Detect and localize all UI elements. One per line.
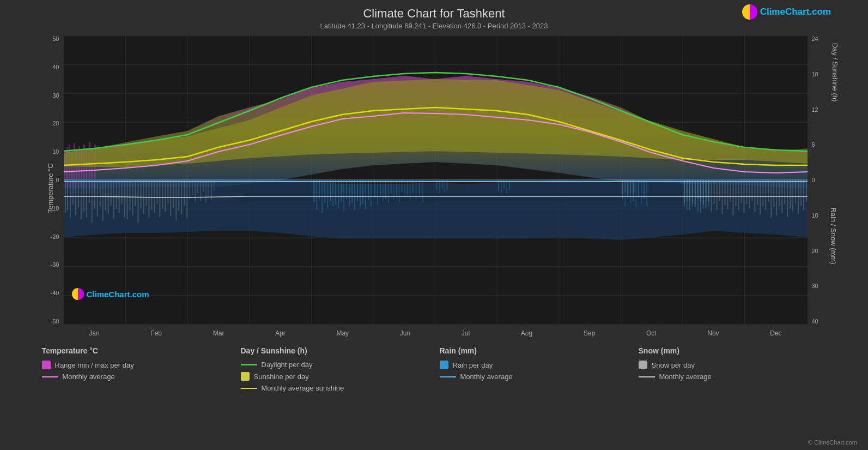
y-left-10: 10: [52, 148, 59, 155]
svg-rect-116: [377, 180, 378, 205]
svg-rect-50: [99, 180, 100, 206]
y-left-50: 50: [52, 35, 59, 42]
svg-rect-61: [129, 180, 130, 210]
y-axis-left-title: Temperature °C: [46, 163, 54, 213]
x-label-oct: Oct: [646, 329, 657, 337]
svg-rect-200: [770, 180, 772, 218]
svg-rect-195: [757, 180, 758, 205]
legend-rain-per-day-label: Rain per day: [453, 361, 493, 369]
svg-rect-185: [730, 180, 731, 202]
svg-rect-128: [409, 180, 410, 201]
svg-rect-82: [186, 180, 187, 218]
svg-rect-97: [324, 180, 325, 203]
svg-rect-79: [178, 180, 179, 211]
svg-rect-93: [313, 180, 314, 202]
x-label-feb: Feb: [150, 329, 162, 337]
svg-rect-43: [80, 180, 81, 219]
svg-rect-167: [633, 180, 634, 196]
svg-rect-203: [779, 180, 780, 206]
svg-rect-201: [773, 180, 774, 207]
rain-swatch: [440, 361, 448, 369]
svg-rect-39: [69, 180, 70, 218]
y-right-10: 10: [812, 212, 818, 219]
svg-rect-74: [165, 180, 166, 212]
legend-snow-avg-label: Monthly average: [659, 373, 712, 381]
svg-rect-177: [708, 180, 709, 202]
svg-rect-152: [646, 180, 647, 206]
y-left-n30: -30: [51, 261, 59, 268]
svg-rect-41: [75, 180, 76, 215]
legend-rain-avg: Monthly average: [440, 373, 633, 381]
legend-sunshine-per-day-label: Sunshine per day: [254, 373, 309, 381]
svg-rect-60: [126, 180, 128, 219]
svg-rect-48: [94, 180, 95, 208]
svg-rect-71: [156, 180, 157, 204]
svg-rect-209: [795, 180, 796, 203]
sunshine-avg-line: [241, 388, 257, 389]
svg-rect-65: [140, 180, 141, 208]
x-label-sep: Sep: [584, 329, 595, 337]
legend-snow-per-day-label: Snow per day: [652, 361, 695, 369]
x-label-dec: Dec: [770, 329, 781, 337]
svg-rect-126: [404, 180, 405, 197]
svg-rect-46: [88, 180, 89, 203]
svg-rect-77: [173, 180, 174, 208]
watermark-top: ClimeChart.com: [742, 4, 831, 20]
svg-rect-171: [691, 180, 693, 203]
svg-rect-139: [501, 180, 502, 195]
svg-rect-54: [110, 180, 111, 206]
legend-temp-range-label: Range min / max per day: [55, 361, 134, 369]
y-left-n50: -50: [51, 318, 59, 325]
svg-rect-45: [86, 180, 87, 217]
svg-rect-196: [760, 180, 761, 214]
svg-rect-124: [398, 180, 399, 202]
svg-rect-178: [711, 180, 712, 212]
svg-rect-184: [727, 180, 728, 209]
y-left-40: 40: [52, 64, 59, 70]
svg-rect-83: [189, 180, 190, 199]
svg-rect-90: [208, 180, 209, 196]
svg-rect-75: [167, 180, 168, 203]
svg-rect-111: [362, 180, 363, 204]
svg-rect-176: [705, 180, 706, 208]
y-left-20: 20: [52, 120, 59, 127]
svg-rect-94: [316, 180, 317, 210]
svg-rect-172: [694, 180, 695, 207]
svg-rect-101: [335, 180, 336, 205]
svg-rect-103: [341, 180, 342, 202]
x-label-aug: Aug: [521, 329, 532, 337]
svg-rect-44: [83, 180, 84, 212]
svg-rect-186: [732, 180, 733, 215]
y-left-0: 0: [56, 177, 59, 183]
svg-rect-102: [338, 180, 339, 208]
temp-range-swatch: [42, 361, 51, 369]
svg-rect-192: [749, 180, 750, 208]
y-axis-right-title-bottom: Rain / Snow (mm): [829, 207, 837, 264]
legend-rain-avg-label: Monthly average: [460, 373, 513, 381]
legend-snow-title: Snow (mm): [639, 346, 832, 355]
svg-rect-210: [798, 180, 799, 214]
svg-rect-38: [66, 180, 68, 210]
chart-area: 50 40 30 20 10 0 -10 -20 -30 -40 -50 24 …: [31, 35, 837, 341]
svg-rect-98: [327, 180, 328, 207]
svg-rect-84: [192, 180, 193, 195]
legend-rain-title: Rain (mm): [440, 346, 633, 355]
svg-rect-49: [96, 180, 98, 217]
svg-rect-114: [370, 180, 371, 206]
y-right-20: 20: [812, 248, 818, 254]
svg-rect-175: [702, 180, 703, 205]
svg-rect-120: [387, 180, 389, 203]
svg-marker-36: [64, 179, 808, 240]
svg-rect-47: [91, 180, 92, 223]
legend-rain-swatch: Rain per day: [440, 361, 633, 369]
svg-rect-69: [151, 180, 152, 210]
svg-rect-207: [790, 180, 791, 208]
x-label-jul: Jul: [462, 329, 470, 337]
svg-rect-107: [351, 180, 353, 203]
svg-rect-51: [102, 180, 103, 221]
x-label-may: May: [336, 329, 349, 337]
main-container: ClimeChart.com Climate Chart for Tashken…: [0, 0, 868, 450]
svg-rect-52: [105, 180, 106, 210]
svg-rect-193: [751, 180, 752, 201]
svg-rect-115: [374, 180, 375, 197]
